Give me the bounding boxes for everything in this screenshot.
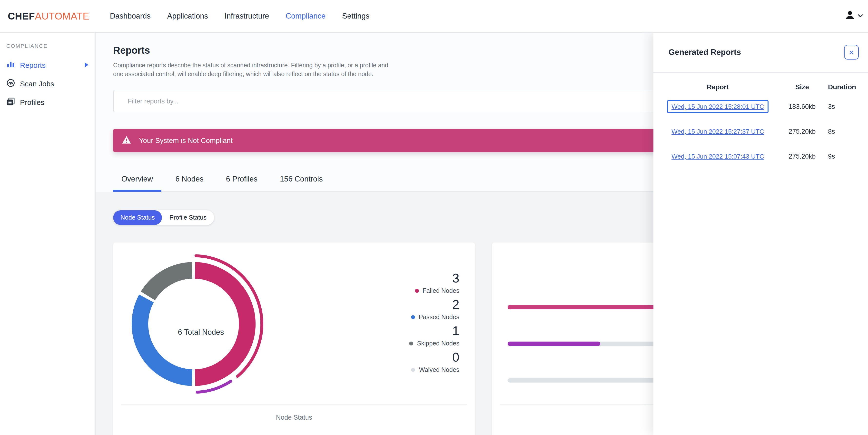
report-size: 275.20kb: [781, 128, 823, 135]
column-size: Size: [781, 83, 823, 91]
report-duration: 9s: [828, 153, 868, 160]
report-row: Wed, 15 Jun 2022 15:28:01 UTC 183.60kb 3…: [653, 94, 868, 119]
report-row: Wed, 15 Jun 2022 15:27:37 UTC 275.20kb 8…: [653, 119, 868, 144]
warning-triangle-icon: [122, 136, 131, 145]
logo-chef: CHEF: [8, 10, 35, 21]
sidebar-item-profiles[interactable]: Profiles: [0, 93, 95, 111]
logo-automate: AUTOMATE: [35, 10, 89, 21]
submenu-arrow-icon: [85, 62, 88, 67]
generated-reports-panel: Generated Reports ✕ Report Size Duration…: [653, 32, 868, 435]
legend-failed-nodes: 3 Failed Nodes: [376, 272, 459, 294]
bar-chart-icon: [6, 60, 15, 70]
node-status-donut-chart: [120, 251, 267, 397]
waived-dot-icon: [411, 368, 415, 372]
report-size: 183.60kb: [781, 103, 823, 110]
nav-settings[interactable]: Settings: [342, 12, 369, 21]
sidebar-section-label: COMPLIANCE: [6, 43, 95, 49]
legend-skipped-nodes: 1 Skipped Nodes: [376, 324, 459, 347]
main-nav: Dashboards Applications Infrastructure C…: [110, 12, 370, 21]
tab-overview[interactable]: Overview: [113, 174, 161, 191]
report-download-link[interactable]: Wed, 15 Jun 2022 15:07:43 UTC: [672, 153, 764, 160]
panel-header: Generated Reports ✕: [653, 32, 868, 73]
report-row: Wed, 15 Jun 2022 15:07:43 UTC 275.20kb 9…: [653, 144, 868, 169]
nav-applications[interactable]: Applications: [167, 12, 208, 21]
card-divider: [121, 404, 467, 405]
report-download-link[interactable]: Wed, 15 Jun 2022 15:28:01 UTC: [672, 103, 764, 110]
sidebar-item-label: Scan Jobs: [20, 79, 54, 88]
passed-dot-icon: [411, 315, 415, 319]
report-duration: 8s: [828, 128, 868, 135]
profiles-stack-icon: [6, 97, 15, 107]
report-tabs: Overview 6 Nodes 6 Profiles 156 Controls: [113, 174, 654, 192]
not-compliant-alert: Your System is Not Compliant: [113, 129, 734, 152]
tab-controls[interactable]: 156 Controls: [272, 174, 331, 191]
page-description: Compliance reports describe the status o…: [113, 61, 425, 79]
report-table-header: Report Size Duration: [653, 80, 868, 94]
chef-automate-logo[interactable]: CHEFAUTOMATE: [8, 10, 90, 22]
top-navbar: CHEFAUTOMATE Dashboards Applications Inf…: [0, 0, 868, 33]
donut-center-label: 6 Total Nodes: [178, 328, 224, 337]
tab-profiles[interactable]: 6 Profiles: [218, 174, 266, 191]
failed-dot-icon: [415, 289, 418, 292]
column-report: Report: [659, 83, 776, 91]
compliance-sidebar: COMPLIANCE Reports Scan Jobs Profiles: [0, 32, 96, 435]
alert-text: Your System is Not Compliant: [139, 137, 232, 144]
sidebar-item-label: Profiles: [20, 98, 44, 106]
chevron-down-icon: [858, 12, 863, 21]
sidebar-item-label: Reports: [20, 61, 45, 69]
close-icon[interactable]: ✕: [844, 45, 859, 60]
user-menu[interactable]: [845, 10, 863, 23]
report-download-link[interactable]: Wed, 15 Jun 2022 15:27:37 UTC: [672, 128, 764, 135]
toggle-profile-status[interactable]: Profile Status: [162, 210, 214, 225]
tab-nodes[interactable]: 6 Nodes: [167, 174, 212, 191]
skipped-dot-icon: [409, 341, 413, 345]
sidebar-item-scan-jobs[interactable]: Scan Jobs: [0, 74, 95, 93]
report-link-focus-ring: Wed, 15 Jun 2022 15:28:01 UTC: [667, 100, 769, 113]
node-status-legend: 3 Failed Nodes 2 Passed Nodes 1 Skipped …: [376, 272, 459, 377]
column-duration: Duration: [828, 83, 868, 91]
node-status-caption: Node Status: [113, 414, 475, 421]
node-status-card: 6 Total Nodes 3 Failed Nodes 2 Passed No…: [113, 242, 475, 435]
legend-waived-nodes: 0 Waived Nodes: [376, 351, 459, 373]
scan-radar-icon: [6, 78, 15, 89]
toggle-node-status[interactable]: Node Status: [113, 210, 162, 225]
report-duration: 3s: [828, 103, 868, 110]
legend-passed-nodes: 2 Passed Nodes: [376, 298, 459, 321]
sidebar-item-reports[interactable]: Reports: [0, 56, 95, 74]
status-toggle: Node Status Profile Status: [113, 210, 214, 225]
nav-compliance[interactable]: Compliance: [286, 12, 326, 21]
nav-dashboards[interactable]: Dashboards: [110, 12, 151, 21]
panel-title: Generated Reports: [669, 48, 741, 57]
nav-infrastructure[interactable]: Infrastructure: [224, 12, 269, 21]
person-icon: [845, 10, 855, 23]
report-size: 275.20kb: [781, 153, 823, 160]
filter-reports-input[interactable]: [113, 90, 740, 112]
